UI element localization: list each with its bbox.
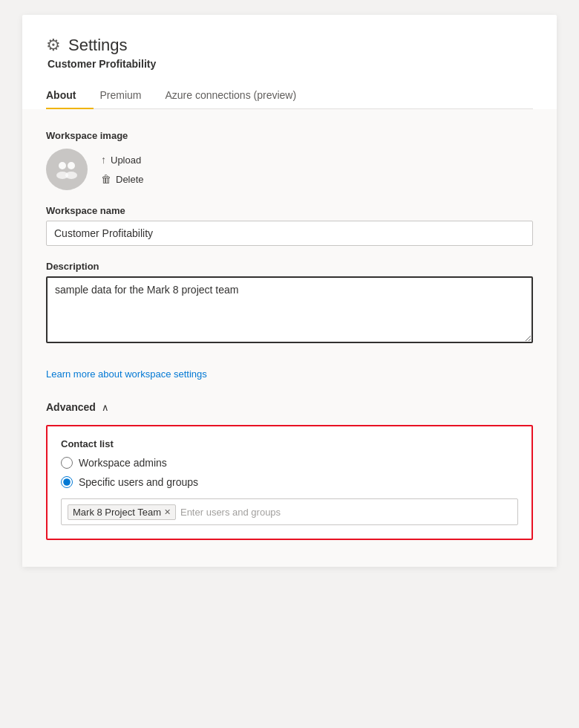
delete-button[interactable]: 🗑 Delete <box>101 172 144 186</box>
contact-list-box: Contact list Workspace admins Specific u… <box>46 425 533 540</box>
gear-icon: ⚙ <box>46 36 61 55</box>
radio-workspace-admins-label: Workspace admins <box>79 457 167 469</box>
workspace-image-section: Workspace image ↑ Upload <box>46 130 533 190</box>
tab-azure[interactable]: Azure connections (preview) <box>165 82 314 108</box>
settings-subtitle: Customer Profitability <box>48 58 533 70</box>
workspace-name-section: Workspace name <box>46 205 533 246</box>
description-input[interactable]: sample data for the Mark 8 project team <box>46 276 533 343</box>
radio-workspace-admins-input[interactable] <box>61 457 73 469</box>
avatar-svg <box>53 156 80 183</box>
user-groups-input-container[interactable]: Mark 8 Project Team ✕ Enter users and gr… <box>61 498 518 525</box>
mark8-tag: Mark 8 Project Team ✕ <box>68 504 176 520</box>
radio-workspace-admins[interactable]: Workspace admins <box>61 457 518 469</box>
advanced-title: Advanced <box>46 401 96 413</box>
radio-group: Workspace admins Specific users and grou… <box>61 457 518 488</box>
tag-close-button[interactable]: ✕ <box>164 508 171 516</box>
workspace-name-input[interactable] <box>46 221 533 246</box>
radio-specific-users-input[interactable] <box>61 476 73 488</box>
chevron-up-icon: ∧ <box>102 402 109 413</box>
workspace-name-label: Workspace name <box>46 205 533 216</box>
advanced-header[interactable]: Advanced ∧ <box>46 401 533 413</box>
description-label: Description <box>46 261 533 272</box>
tab-about[interactable]: About <box>46 82 94 108</box>
radio-specific-users-label: Specific users and groups <box>79 476 198 488</box>
upload-label: Upload <box>111 155 141 166</box>
avatar <box>46 149 88 190</box>
header-top: ⚙ Settings <box>46 36 533 55</box>
enter-users-placeholder: Enter users and groups <box>180 507 511 518</box>
contact-list-title: Contact list <box>61 438 518 449</box>
image-actions: ↑ Upload 🗑 Delete <box>101 152 144 186</box>
svg-point-3 <box>65 172 77 179</box>
upload-button[interactable]: ↑ Upload <box>101 152 144 167</box>
upload-icon: ↑ <box>101 154 106 166</box>
radio-specific-users[interactable]: Specific users and groups <box>61 476 518 488</box>
settings-title: Settings <box>68 36 128 55</box>
learn-more-link[interactable]: Learn more about workspace settings <box>46 368 207 380</box>
svg-point-0 <box>59 162 66 169</box>
tabs-bar: About Premium Azure connections (preview… <box>46 82 533 109</box>
image-row: ↑ Upload 🗑 Delete <box>46 149 533 190</box>
delete-icon: 🗑 <box>101 173 111 185</box>
delete-label: Delete <box>116 174 144 185</box>
description-section: Description sample data for the Mark 8 p… <box>46 261 533 346</box>
panel-body: Workspace image ↑ Upload <box>22 109 557 567</box>
workspace-image-label: Workspace image <box>46 130 533 141</box>
panel-header: ⚙ Settings Customer Profitability About … <box>22 15 557 109</box>
tag-label: Mark 8 Project Team <box>73 507 161 518</box>
tab-premium[interactable]: Premium <box>99 82 159 108</box>
settings-panel: ⚙ Settings Customer Profitability About … <box>22 15 557 567</box>
svg-point-1 <box>68 162 75 169</box>
